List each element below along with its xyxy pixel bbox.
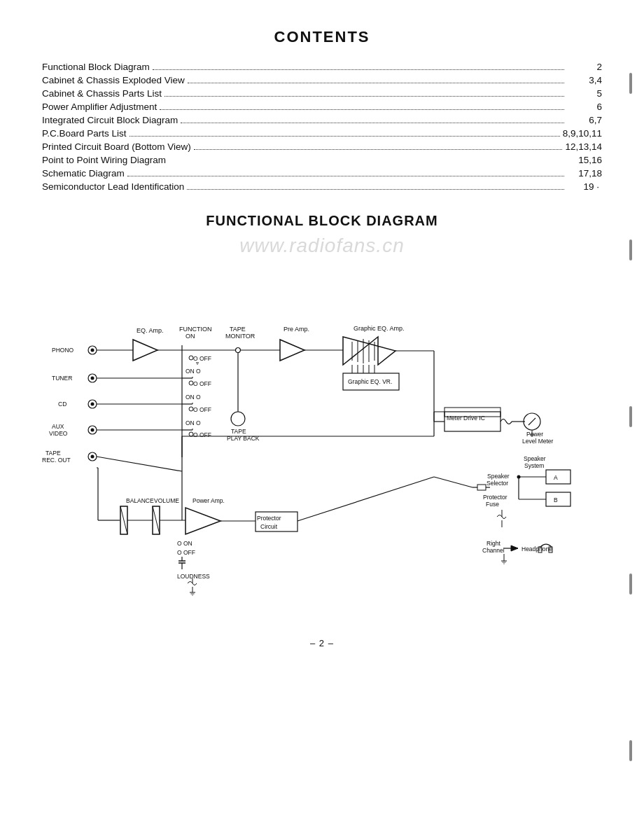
svg-marker-73	[511, 545, 518, 551]
svg-line-86	[153, 506, 160, 534]
toc-label: Point to Point Wiring Diagram	[42, 155, 166, 165]
headphone-label: Headphone	[522, 545, 552, 552]
toc-item-pcboard-parts: P.C.Board Parts List 8,9,10,11	[42, 128, 602, 139]
right-channel-label: Right	[486, 540, 500, 547]
meter-drive-ic-label: Meter Drive IC	[447, 415, 485, 422]
svg-rect-61	[546, 470, 570, 484]
toc-dots	[164, 96, 564, 97]
functional-block-diagram-svg: text { font-family: Arial, sans-serif; f…	[42, 261, 602, 625]
fbd-title: FUNCTIONAL BLOCK DIAGRAM	[42, 213, 602, 229]
svg-point-13	[91, 455, 94, 459]
toc-label: Semiconductor Lead Identification	[42, 181, 184, 192]
binding-mark	[629, 740, 632, 761]
toc-item-parts-list: Cabinet & Chassis Parts List 5	[42, 88, 602, 99]
toc-page: 19 ·	[567, 181, 602, 192]
toc-dots	[127, 176, 564, 176]
svg-point-10	[91, 429, 94, 432]
toc-label: P.C.Board Parts List	[42, 128, 127, 139]
aux-off-label: O OFF	[193, 431, 211, 438]
svg-line-82	[120, 506, 127, 534]
toc-label: Printed Circuit Board (Bottom View)	[42, 141, 191, 152]
video-label: VIDEO	[49, 430, 68, 437]
svg-point-35	[231, 412, 245, 426]
toc-label: Schematic Diagram	[42, 168, 125, 179]
diagram-container: text { font-family: Arial, sans-serif; f…	[42, 261, 602, 625]
toc-page: 3,4	[567, 75, 602, 85]
svg-rect-68	[477, 485, 486, 490]
speaker-system-title: System	[524, 462, 544, 469]
svg-marker-87	[186, 508, 220, 534]
toc-dots	[130, 136, 560, 137]
svg-point-4	[91, 377, 94, 380]
svg-marker-37	[280, 340, 304, 361]
cd-on-label: ON O	[186, 394, 201, 401]
contents-section: CONTENTS Functional Block Diagram 2 Cabi…	[42, 28, 602, 192]
tape-rec-out-label: REC. OUT	[42, 457, 71, 464]
toc-dots	[160, 109, 564, 110]
toc-page: 12,13,14	[565, 141, 602, 152]
toc-label: Power Amplifier Adjustment	[42, 102, 157, 112]
on-label: O ON	[177, 540, 192, 547]
toc-item-functional-block: Functional Block Diagram 2	[42, 62, 602, 72]
power-level-meter-title1: Power	[526, 431, 543, 438]
toc-item-exploded-view: Cabinet & Chassis Exploded View 3,4	[42, 75, 602, 85]
balance-title: BALANCE	[126, 497, 154, 504]
binding-marks	[624, 0, 637, 834]
toc-item-pcboard-bottom: Printed Circuit Board (Bottom View) 12,1…	[42, 141, 602, 152]
toc-page: 15,16	[567, 155, 602, 165]
toc-item-semiconductor: Semiconductor Lead Identification 19 ·	[42, 181, 602, 192]
off-label: O OFF	[177, 549, 195, 556]
toc-item-power-amp: Power Amplifier Adjustment 6	[42, 102, 602, 112]
toc-label: Functional Block Diagram	[42, 62, 150, 72]
protector-fuse-label: Protector	[483, 494, 507, 501]
tape-playback-title: TAPE	[231, 428, 246, 435]
pre-amp-title: Pre Amp.	[284, 326, 309, 333]
svg-line-91	[434, 477, 472, 487]
page: CONTENTS Functional Block Diagram 2 Cabi…	[0, 0, 644, 834]
power-amp-title: Power Amp.	[192, 497, 225, 504]
page-number: – 2 –	[42, 638, 602, 648]
graphic-eq-amp-title: Graphic EQ. Amp.	[354, 325, 405, 332]
binding-mark	[629, 406, 632, 427]
toc-page: 6,7	[567, 115, 602, 125]
svg-line-56	[528, 418, 536, 425]
cd-off-label: O OFF	[193, 406, 211, 413]
toc-page: 5	[567, 88, 602, 99]
tape-rec-label: TAPE	[46, 450, 61, 457]
toc-label: Cabinet & Chassis Parts List	[42, 88, 162, 99]
function-on-title: FUNCTION	[179, 326, 212, 333]
right-channel-title: Channel	[482, 547, 505, 554]
svg-point-7	[91, 403, 94, 406]
toc-page: 8,9,10,11	[563, 128, 602, 139]
speaker-system-label: Speaker	[524, 455, 546, 462]
protector-circuit-label: Circuit	[260, 523, 278, 530]
svg-rect-62	[546, 492, 570, 506]
toc-item-point-to-point: Point to Point Wiring Diagram 15,16	[42, 155, 602, 165]
toc-dots	[153, 69, 564, 70]
aux-on-label: ON O	[186, 419, 201, 426]
watermark: www.radiofans.cn	[42, 235, 602, 257]
phono-off-label: O OFF	[193, 355, 211, 362]
toc-page: 2	[567, 62, 602, 72]
aux-label: AUX	[52, 423, 64, 430]
cd-label: CD	[58, 401, 66, 408]
svg-line-90	[298, 477, 434, 521]
fbd-section: FUNCTIONAL BLOCK DIAGRAM www.radiofans.c…	[42, 213, 602, 648]
speaker-selector-title: Selector	[486, 480, 508, 487]
toc: Functional Block Diagram 2 Cabinet & Cha…	[42, 62, 602, 192]
protector-circuit-title: Protector	[257, 515, 281, 522]
svg-marker-15	[133, 340, 158, 361]
toc-label: Integrated Circuit Block Diagram	[42, 115, 178, 125]
toc-label: Cabinet & Chassis Exploded View	[42, 75, 185, 85]
toc-dots	[194, 149, 563, 150]
svg-point-31	[236, 348, 241, 353]
contents-title: CONTENTS	[42, 28, 602, 46]
toc-page: 17,18	[567, 168, 602, 179]
toc-page: 6	[567, 102, 602, 112]
speaker-a-label: A	[554, 474, 558, 481]
toc-dots	[187, 189, 564, 190]
tuner-on-label: ON O	[186, 368, 201, 375]
phono-label: PHONO	[52, 347, 74, 354]
power-level-meter-title2: Level Meter	[522, 438, 554, 445]
svg-point-1	[91, 349, 94, 352]
